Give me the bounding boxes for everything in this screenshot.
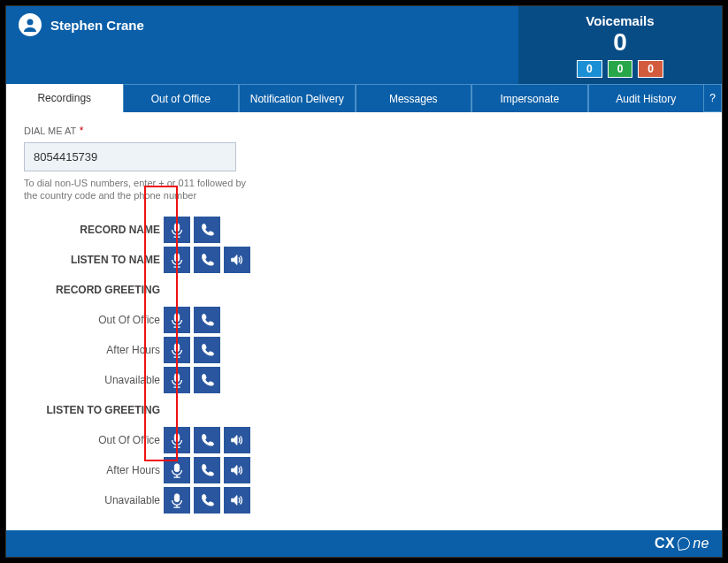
listen-greeting-unavailable-mic-button[interactable] [164, 487, 190, 514]
mic-icon [169, 372, 185, 388]
badge-new[interactable]: 0 [577, 60, 602, 78]
tabs-row: Recordings Out of Office Notification De… [6, 84, 722, 112]
speaker-icon [229, 432, 245, 448]
tab-messages[interactable]: Messages [356, 84, 472, 112]
header-bar: Stephen Crane Voicemails 0 0 0 0 [6, 6, 722, 84]
speaker-icon [229, 462, 245, 478]
required-marker: * [80, 125, 84, 137]
avatar [19, 13, 42, 36]
listen-greeting-afterhours-phone-button[interactable] [194, 457, 220, 483]
username: Stephen Crane [50, 18, 144, 33]
phone-icon [199, 312, 215, 328]
listen-name-phone-button[interactable] [194, 247, 220, 273]
listen-greeting-ooo-phone-button[interactable] [194, 427, 220, 453]
phone-icon [199, 492, 215, 508]
mic-icon [169, 312, 185, 328]
record-name-phone-button[interactable] [194, 217, 220, 243]
voicemail-label: Voicemails [586, 13, 654, 28]
record-greeting-unavailable-mic-button[interactable] [164, 367, 190, 393]
listen-greeting-unavailable-speaker-button[interactable] [224, 487, 250, 514]
speaker-icon [229, 492, 245, 508]
brand-ne: ne [693, 536, 709, 552]
brand-logo: CXne [655, 536, 709, 552]
record-greeting-unavailable-phone-button[interactable] [194, 367, 220, 393]
phone-icon [199, 342, 215, 358]
record-greeting-afterhours-mic-button[interactable] [164, 337, 190, 363]
record-name-mic-button[interactable] [164, 217, 190, 243]
recordings-area: RECORD NAME LISTEN TO NAME RECORD GREETI… [24, 215, 704, 515]
record-greeting-ooo-mic-button[interactable] [164, 307, 190, 333]
content-area: DIAL ME AT * To dial non-US numbers, ent… [6, 112, 722, 530]
listen-name-mic-button[interactable] [164, 247, 190, 273]
badge-saved[interactable]: 0 [608, 60, 633, 78]
help-button[interactable]: ? [704, 84, 722, 112]
record-greeting-afterhours-label: After Hours [24, 344, 164, 356]
speaker-icon [229, 252, 245, 268]
phone-icon [199, 252, 215, 268]
listen-greeting-ooo-label: Out Of Office [24, 434, 164, 446]
mic-icon [169, 252, 185, 268]
dial-hint: To dial non-US numbers, enter + or 011 f… [24, 177, 254, 202]
listen-greeting-unavailable-label: Unavailable [24, 494, 164, 506]
badge-deleted[interactable]: 0 [638, 60, 663, 78]
user-block: Stephen Crane [6, 6, 157, 43]
record-greeting-header: RECORD GREETING [24, 284, 164, 296]
record-greeting-afterhours-phone-button[interactable] [194, 337, 220, 363]
listen-name-speaker-button[interactable] [224, 247, 250, 273]
listen-greeting-header: LISTEN TO GREETING [24, 404, 164, 416]
tab-notification-delivery[interactable]: Notification Delivery [239, 84, 356, 112]
listen-greeting-afterhours-speaker-button[interactable] [224, 457, 250, 483]
phone-icon [199, 462, 215, 478]
listen-greeting-unavailable-phone-button[interactable] [194, 487, 220, 514]
brand-cx: CX [655, 536, 675, 552]
listen-greeting-ooo-mic-button[interactable] [164, 427, 190, 453]
phone-icon [199, 432, 215, 448]
tab-out-of-office[interactable]: Out of Office [123, 84, 240, 112]
listen-name-label: LISTEN TO NAME [24, 254, 164, 266]
record-greeting-ooo-label: Out Of Office [24, 314, 164, 326]
voicemail-badges: 0 0 0 [577, 60, 663, 78]
listen-greeting-afterhours-mic-button[interactable] [164, 457, 190, 483]
tab-audit-history[interactable]: Audit History [588, 84, 705, 112]
listen-greeting-ooo-speaker-button[interactable] [224, 427, 250, 453]
dial-label: DIAL ME AT [24, 126, 76, 136]
voicemail-count: 0 [613, 30, 627, 55]
record-greeting-ooo-phone-button[interactable] [194, 307, 220, 333]
mic-icon [169, 462, 185, 478]
voicemail-panel: Voicemails 0 0 0 0 [518, 6, 722, 84]
dial-me-at-input[interactable] [24, 142, 236, 171]
record-greeting-unavailable-label: Unavailable [24, 374, 164, 386]
record-name-label: RECORD NAME [24, 224, 164, 236]
phone-icon [199, 372, 215, 388]
mic-icon [169, 432, 185, 448]
mic-icon [169, 342, 185, 358]
footer-bar: CXne [6, 530, 722, 557]
tab-recordings[interactable]: Recordings [6, 84, 123, 112]
mic-icon [169, 222, 185, 238]
listen-greeting-afterhours-label: After Hours [24, 464, 164, 476]
phone-icon [199, 222, 215, 238]
brand-o-icon [677, 536, 691, 551]
tab-impersonate[interactable]: Impersonate [471, 84, 588, 112]
mic-icon [169, 492, 185, 508]
